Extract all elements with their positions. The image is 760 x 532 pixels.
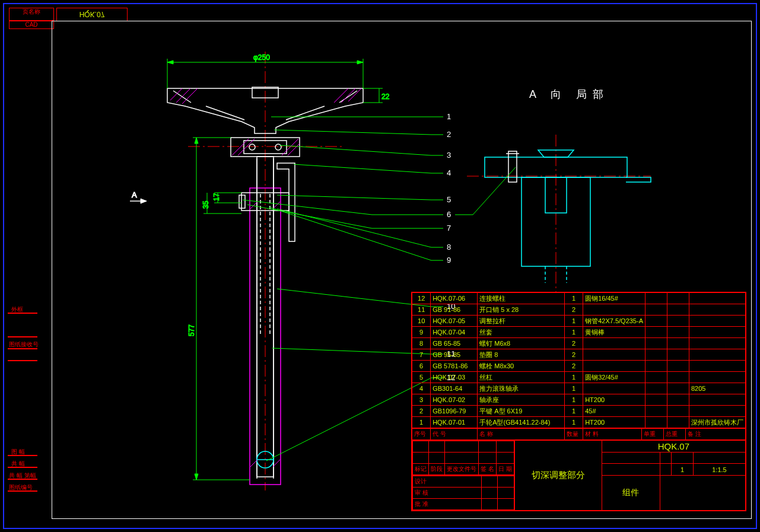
svg-line-30 xyxy=(250,460,257,467)
svg-line-63 xyxy=(274,130,431,135)
svg-text:1: 1 xyxy=(447,112,451,121)
svg-text:7: 7 xyxy=(447,224,451,232)
outer-frame: 页名称 CAD HQK.07 外框 图纸接收号 图 幅 共 幅 共 幅 第幅 图… xyxy=(3,3,757,529)
svg-line-31 xyxy=(273,202,280,209)
svg-text:577: 577 xyxy=(187,324,196,336)
drawing-type: 组件 xyxy=(602,476,660,511)
drawing-number: HQK.07 xyxy=(602,441,745,453)
svg-line-83 xyxy=(272,348,431,354)
svg-marker-42 xyxy=(357,60,363,64)
drawing-title: 切深调整部分 xyxy=(514,441,602,511)
svg-text:5: 5 xyxy=(447,195,451,204)
svg-line-75 xyxy=(247,205,372,228)
svg-text:35: 35 xyxy=(202,200,210,209)
svg-line-69 xyxy=(277,195,431,200)
svg-line-65 xyxy=(280,145,431,155)
svg-rect-16 xyxy=(239,195,245,208)
svg-text:17: 17 xyxy=(212,193,221,201)
svg-marker-101 xyxy=(141,199,147,203)
svg-line-28 xyxy=(288,144,300,155)
svg-text:22: 22 xyxy=(381,93,390,101)
svg-line-81 xyxy=(277,289,431,307)
svg-text:φ250: φ250 xyxy=(253,53,270,62)
svg-line-23 xyxy=(341,88,355,103)
svg-text:2: 2 xyxy=(447,130,451,139)
svg-text:8: 8 xyxy=(447,243,451,251)
svg-marker-41 xyxy=(167,60,173,64)
svg-marker-59 xyxy=(195,474,198,480)
bom-table: 12HQK.07-06连接螺柱1圆钢16/45#11GB 91-86开口销 5 … xyxy=(411,292,746,511)
svg-line-85 xyxy=(266,378,431,461)
svg-text:3: 3 xyxy=(447,151,451,160)
svg-marker-58 xyxy=(195,138,198,144)
svg-point-8 xyxy=(275,144,281,150)
svg-point-7 xyxy=(249,144,255,150)
svg-line-73 xyxy=(473,167,516,215)
svg-line-32 xyxy=(273,460,280,467)
svg-line-67 xyxy=(294,164,431,173)
svg-text:6: 6 xyxy=(447,210,451,219)
svg-text:A: A xyxy=(132,190,137,199)
svg-text:9: 9 xyxy=(447,256,451,265)
svg-text:4: 4 xyxy=(447,168,451,177)
svg-line-22 xyxy=(334,88,348,103)
